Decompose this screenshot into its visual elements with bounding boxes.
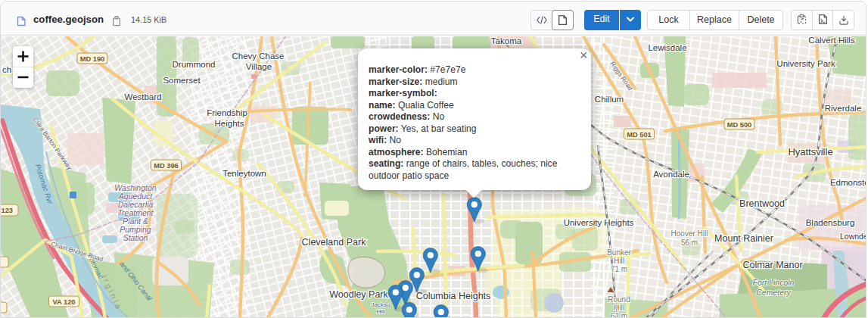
svg-text:Lewisdale: Lewisdale [648, 43, 686, 52]
svg-text:Tenleytown: Tenleytown [222, 169, 266, 178]
svg-text:Station: Station [123, 233, 148, 242]
svg-text:MD 500: MD 500 [727, 121, 752, 129]
svg-text:Edmonston: Edmonston [830, 178, 866, 187]
svg-text:MD 501: MD 501 [627, 131, 652, 139]
svg-text:Chillum: Chillum [595, 95, 624, 104]
svg-text:VA 120: VA 120 [53, 298, 76, 306]
svg-text:Woodley Park: Woodley Park [329, 289, 388, 300]
svg-text:Somerset: Somerset [163, 76, 201, 85]
svg-text:Village: Village [246, 62, 272, 71]
svg-text:Chevy Chase: Chevy Chase [232, 51, 284, 61]
svg-text:Riverdale: Riverdale [825, 104, 862, 113]
svg-text:MD 190: MD 190 [80, 55, 105, 63]
svg-text:Fort Lincoln: Fort Lincoln [753, 278, 795, 287]
svg-text:Avondale: Avondale [653, 170, 689, 179]
svg-text:56 m: 56 m [681, 238, 698, 247]
svg-text:Brentwood: Brentwood [739, 198, 785, 209]
svg-text:Colmar Manor: Colmar Manor [742, 260, 802, 270]
svg-text:Lowndes: Lowndes [840, 232, 866, 241]
svg-text:Hoover Hill: Hoover Hill [671, 229, 708, 238]
svg-text:Round: Round [608, 295, 630, 304]
svg-text:Heights: Heights [215, 119, 244, 128]
svg-text:Westbard: Westbard [124, 92, 161, 101]
svg-text:Bladensburg: Bladensburg [806, 218, 855, 227]
svg-text:Hyattsville: Hyattsville [788, 146, 832, 157]
svg-text:Takoma: Takoma [491, 36, 522, 45]
svg-text:Jackso: Jackso [372, 301, 390, 308]
svg-text:MD 396: MD 396 [154, 162, 179, 170]
svg-text:University Park: University Park [776, 59, 835, 68]
svg-text:Hill: Hill [614, 304, 624, 312]
svg-text:Hill: Hill [376, 308, 384, 315]
svg-text:Columbia Heights: Columbia Heights [416, 291, 491, 301]
svg-text:Bunker: Bunker [607, 248, 631, 257]
svg-text:Cemetery: Cemetery [756, 288, 791, 297]
svg-text:61 m: 61 m [611, 312, 627, 318]
svg-text:Mount Rainier: Mount Rainier [714, 233, 773, 244]
svg-text:Hill: Hill [614, 257, 624, 265]
svg-text:Drummond: Drummond [173, 60, 216, 69]
svg-text:71 m: 71 m [611, 265, 627, 273]
svg-text:Friendship: Friendship [207, 108, 247, 117]
svg-text:University Heights: University Heights [564, 218, 634, 227]
svg-text:VA 123: VA 123 [1, 207, 13, 214]
svg-text:Cleveland Park: Cleveland Park [302, 237, 367, 248]
svg-text:Calvert Hills: Calvert Hills [808, 36, 855, 45]
svg-text:ch: ch [2, 65, 11, 74]
